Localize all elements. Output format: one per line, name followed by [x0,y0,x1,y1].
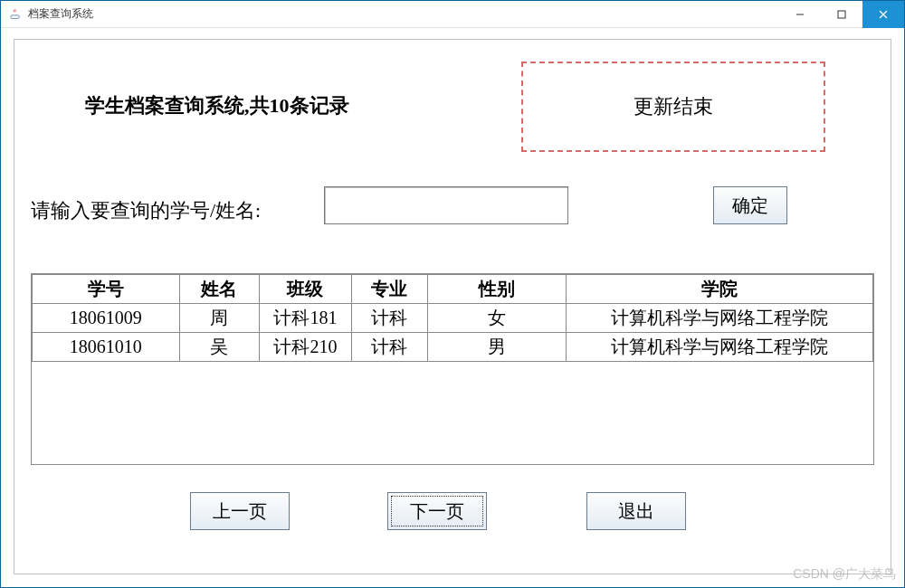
cell-major: 计科 [352,304,428,333]
window-title: 档案查询系统 [28,6,93,22]
status-text: 更新结束 [634,93,713,120]
col-header-name: 姓名 [179,275,259,304]
table-header-row: 学号 姓名 班级 专业 性别 学院 [33,275,873,304]
cell-class: 计科181 [259,304,351,333]
cell-college: 计算机科学与网络工程学院 [566,333,872,362]
col-header-sex: 性别 [427,275,566,304]
svg-rect-1 [838,11,845,18]
maximize-button[interactable] [821,1,862,28]
exit-button[interactable]: 退出 [586,492,686,530]
col-header-major: 专业 [352,275,428,304]
titlebar: 档案查询系统 [1,1,904,28]
col-header-class: 班级 [259,275,351,304]
cell-id: 18061010 [33,333,180,362]
minimize-button[interactable] [779,1,821,28]
next-page-button[interactable]: 下一页 [387,492,487,530]
cell-sex: 女 [427,304,566,333]
cell-name: 吴 [179,333,259,362]
cell-college: 计算机科学与网络工程学院 [566,304,872,333]
app-window: 档案查询系统 学生档案查询系统,共10条记录 更新结束 请输入要查询的学号/姓名… [0,0,905,588]
cell-name: 周 [179,304,259,333]
confirm-button[interactable]: 确定 [713,186,787,224]
cell-sex: 男 [427,333,566,362]
col-header-college: 学院 [566,275,872,304]
table-row[interactable]: 18061009 周 计科181 计科 女 计算机科学与网络工程学院 [33,304,873,333]
prev-page-button[interactable]: 上一页 [190,492,290,530]
status-box: 更新结束 [521,62,825,152]
results-table-wrap: 学号 姓名 班级 专业 性别 学院 18061009 周 计科181 [31,273,874,465]
content-area: 学生档案查询系统,共10条记录 更新结束 请输入要查询的学号/姓名: 确定 [1,28,904,587]
close-button[interactable] [862,1,904,28]
page-title: 学生档案查询系统,共10条记录 [85,92,349,119]
table-row[interactable]: 18061010 吴 计科210 计科 男 计算机科学与网络工程学院 [33,333,873,362]
header-row: 学生档案查询系统,共10条记录 更新结束 [14,58,891,153]
cell-id: 18061009 [33,304,180,333]
results-table: 学号 姓名 班级 专业 性别 学院 18061009 周 计科181 [32,274,873,362]
footer-row: 上一页 下一页 退出 [14,492,891,537]
query-label: 请输入要查询的学号/姓名: [31,197,261,224]
cell-major: 计科 [352,333,428,362]
main-panel: 学生档案查询系统,共10条记录 更新结束 请输入要查询的学号/姓名: 确定 [14,39,891,574]
java-cup-icon [8,7,23,22]
query-input[interactable] [324,186,568,224]
col-header-id: 学号 [33,275,180,304]
cell-class: 计科210 [259,333,351,362]
query-row: 请输入要查询的学号/姓名: 确定 [14,179,891,233]
